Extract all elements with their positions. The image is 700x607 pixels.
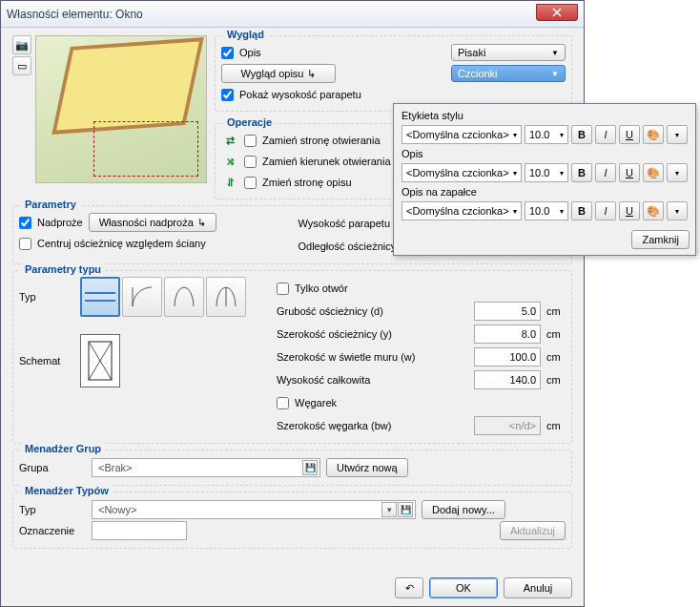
chevron-down-icon: ▾ — [675, 131, 679, 139]
color-button-3[interactable]: 🎨 — [643, 201, 664, 220]
unit-label: cm — [546, 374, 566, 386]
save-icon[interactable]: 💾 — [302, 460, 318, 475]
szer-weg-label: Szerokość węgarka (bw) — [277, 420, 468, 431]
font-select-2[interactable]: <Domyślna czcionka>▾ — [401, 163, 522, 182]
flip-opis-icon: ⥯ — [221, 177, 238, 189]
szer-weg-input — [474, 416, 541, 435]
wlas-nadproza-label: Własności nadproża — [99, 217, 194, 228]
more-button-1[interactable]: ▾ — [667, 125, 688, 144]
bold-button-2[interactable]: B — [571, 163, 592, 182]
zamknij-button[interactable]: Zamknij — [631, 230, 690, 249]
underline-button-2[interactable]: U — [619, 163, 640, 182]
chevron-down-icon: ▾ — [675, 169, 679, 178]
type-btn-3[interactable] — [164, 277, 204, 317]
nadproze-checkbox[interactable] — [19, 217, 31, 229]
oznaczenie-input[interactable] — [92, 521, 187, 540]
color-icon: 🎨 — [647, 205, 660, 218]
menadzer-typow-legend: Menadżer Typów — [21, 485, 113, 496]
wys-calk-input[interactable] — [474, 370, 541, 389]
preview-3d[interactable] — [35, 35, 207, 183]
szer-swiatle-input[interactable] — [474, 347, 541, 366]
box-tool[interactable]: ▭ — [12, 56, 31, 75]
bold-button-1[interactable]: B — [571, 125, 592, 144]
italic-button-2[interactable]: I — [595, 163, 616, 182]
underline-button-3[interactable]: U — [619, 201, 640, 220]
italic-button-1[interactable]: I — [595, 125, 616, 144]
wyglad-opisu-button[interactable]: Wygląd opisu ↳ — [221, 64, 336, 83]
czcionki-label: Czcionki — [458, 68, 498, 79]
type2-icon — [129, 283, 155, 310]
zamien-strone-label: Zamień stronę otwierania — [262, 135, 381, 146]
grubosc-label: Grubość ościeżnicy (d) — [277, 305, 468, 317]
chevron-down-icon: ▾ — [513, 131, 517, 139]
grupa-select[interactable]: <Brak> 💾 — [92, 458, 320, 477]
type-btn-2[interactable] — [122, 277, 162, 317]
arrow-icon: ↳ — [197, 217, 206, 229]
type4-icon — [213, 283, 239, 310]
size-select-2[interactable]: 10.0▾ — [525, 163, 568, 182]
zmien-strone-opisu-checkbox[interactable] — [244, 177, 257, 189]
chevron-down-icon: ▼ — [551, 70, 559, 78]
parametry-typu-group: Parametry typu Typ Schemat — [12, 270, 572, 444]
italic-button-3[interactable]: I — [595, 201, 616, 220]
wlas-nadproza-button[interactable]: Własności nadproża ↳ — [89, 213, 216, 232]
opis-label: Opis — [239, 47, 261, 58]
chevron-down-icon: ▼ — [551, 49, 559, 57]
szer-osc-input[interactable] — [474, 324, 541, 344]
schemat-button[interactable] — [80, 334, 120, 387]
dropdown-icon[interactable]: ▾ — [381, 502, 397, 517]
type1-icon — [85, 288, 115, 305]
undo-button[interactable]: ↶ — [395, 577, 423, 598]
type-btn-1[interactable] — [80, 277, 120, 317]
bold-button-3[interactable]: B — [571, 201, 592, 220]
camera-tool[interactable]: 📷 — [12, 35, 31, 54]
pisaki-dropdown[interactable]: Pisaki▼ — [451, 44, 566, 61]
color-button-1[interactable]: 🎨 — [643, 125, 664, 144]
close-button[interactable] — [536, 4, 578, 21]
anuluj-label: Anuluj — [524, 582, 553, 594]
size-select-3[interactable]: 10.0▾ — [525, 201, 568, 220]
arrow-icon: ↳ — [307, 68, 316, 80]
chevron-down-icon: ▾ — [513, 169, 517, 178]
unit-label: cm — [546, 305, 566, 317]
underline-button-1[interactable]: U — [619, 125, 640, 144]
dodaj-nowy-button[interactable]: Dodaj nowy... — [422, 500, 505, 519]
more-button-2[interactable]: ▾ — [667, 163, 688, 182]
zamien-kierunek-checkbox[interactable] — [244, 156, 257, 168]
more-button-3[interactable]: ▾ — [667, 201, 688, 220]
wyglad-opisu-label: Wygląd opisu — [241, 68, 304, 79]
szer-swiatle-label: Szerokość w świetle muru (w) — [277, 351, 468, 363]
centruj-checkbox[interactable] — [19, 238, 31, 250]
dialog-window: Własności elementu: Okno 📷 ▭ Wygląd — [0, 0, 585, 607]
typ-select[interactable]: <Nowy> ▾ 💾 — [92, 500, 416, 519]
wyglad-legend: Wygląd — [223, 29, 268, 40]
zamien-strone-checkbox[interactable] — [244, 135, 257, 147]
opis-checkbox[interactable] — [221, 47, 234, 59]
tylko-otwor-checkbox[interactable] — [277, 283, 289, 295]
utworz-nowa-button[interactable]: Utwórz nową — [326, 458, 408, 477]
save-icon[interactable]: 💾 — [398, 502, 413, 517]
chevron-down-icon: ▾ — [513, 207, 517, 216]
szer-osc-label: Szerokość ościeżnicy (y) — [277, 328, 468, 340]
font-select-1[interactable]: <Domyślna czcionka>▾ — [401, 125, 522, 144]
opis-zapalka-label: Opis na zapałce — [401, 186, 688, 198]
unit-label: cm — [546, 328, 566, 340]
schemat-icon — [87, 340, 113, 382]
chevron-down-icon: ▾ — [560, 207, 564, 216]
aktualizuj-button[interactable]: Aktualizuj — [500, 521, 566, 540]
menadzer-grup-legend: Menadżer Grup — [21, 443, 105, 454]
ok-button[interactable]: OK — [429, 577, 498, 598]
grupa-value: <Brak> — [94, 462, 302, 473]
box-icon: ▭ — [17, 60, 27, 73]
tylko-otwor-label: Tylko otwór — [295, 283, 348, 294]
font-select-3[interactable]: <Domyślna czcionka>▾ — [401, 201, 522, 220]
anuluj-button[interactable]: Anuluj — [504, 577, 572, 598]
czcionki-dropdown[interactable]: Czcionki▼ — [451, 65, 566, 82]
pokaz-wys-checkbox[interactable] — [221, 89, 234, 101]
grubosc-input[interactable] — [474, 302, 541, 321]
type-btn-4[interactable] — [206, 277, 246, 317]
ok-label: OK — [456, 582, 471, 594]
wegarek-checkbox[interactable] — [277, 397, 289, 409]
size-select-1[interactable]: 10.0▾ — [525, 125, 568, 144]
color-button-2[interactable]: 🎨 — [643, 163, 664, 182]
